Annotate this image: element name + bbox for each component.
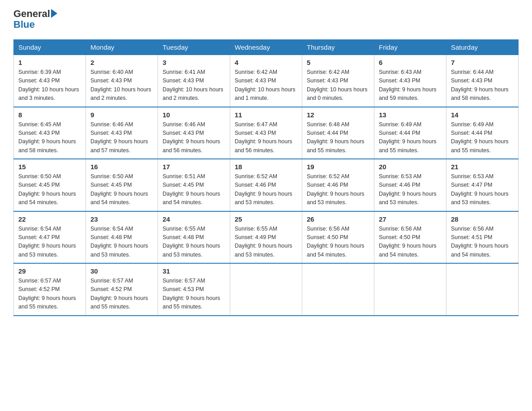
calendar-cell: 29Sunrise: 6:57 AMSunset: 4:52 PMDayligh…	[14, 263, 86, 316]
calendar-cell: 14Sunrise: 6:49 AMSunset: 4:44 PMDayligh…	[446, 107, 519, 159]
day-info: Sunrise: 6:57 AMSunset: 4:52 PMDaylight:…	[18, 277, 81, 312]
calendar-week-2: 8Sunrise: 6:45 AMSunset: 4:43 PMDaylight…	[14, 107, 519, 159]
logo-text-general: General	[13, 9, 50, 19]
calendar-cell	[374, 263, 446, 316]
day-number: 30	[90, 267, 153, 275]
page-header: General Blue	[13, 9, 519, 30]
day-info: Sunrise: 6:40 AMSunset: 4:43 PMDaylight:…	[90, 68, 153, 103]
calendar-cell: 7Sunrise: 6:44 AMSunset: 4:43 PMDaylight…	[446, 55, 519, 107]
calendar-cell: 25Sunrise: 6:55 AMSunset: 4:49 PMDayligh…	[230, 211, 302, 264]
day-number: 8	[18, 111, 81, 119]
day-info: Sunrise: 6:46 AMSunset: 4:43 PMDaylight:…	[90, 120, 153, 155]
day-number: 7	[451, 59, 514, 66]
day-info: Sunrise: 6:50 AMSunset: 4:45 PMDaylight:…	[18, 172, 81, 207]
day-info: Sunrise: 6:52 AMSunset: 4:46 PMDaylight:…	[307, 172, 369, 207]
day-info: Sunrise: 6:42 AMSunset: 4:43 PMDaylight:…	[235, 68, 297, 103]
day-number: 16	[90, 163, 153, 171]
logo-text-blue: Blue	[13, 19, 57, 30]
day-number: 23	[90, 215, 153, 223]
day-number: 4	[235, 59, 297, 66]
day-number: 2	[90, 59, 153, 66]
calendar-cell: 6Sunrise: 6:43 AMSunset: 4:43 PMDaylight…	[374, 55, 446, 107]
calendar-table: SundayMondayTuesdayWednesdayThursdayFrid…	[13, 39, 519, 316]
day-info: Sunrise: 6:56 AMSunset: 4:51 PMDaylight:…	[451, 225, 514, 260]
day-info: Sunrise: 6:53 AMSunset: 4:46 PMDaylight:…	[379, 172, 442, 207]
day-number: 9	[90, 111, 153, 119]
calendar-week-3: 15Sunrise: 6:50 AMSunset: 4:45 PMDayligh…	[14, 159, 519, 211]
calendar-cell: 21Sunrise: 6:53 AMSunset: 4:47 PMDayligh…	[446, 159, 519, 211]
day-number: 6	[379, 59, 442, 66]
header-cell-wednesday: Wednesday	[230, 40, 302, 55]
calendar-cell	[230, 263, 302, 316]
day-number: 11	[235, 111, 297, 119]
day-number: 19	[307, 163, 369, 171]
day-number: 20	[379, 163, 442, 171]
calendar-cell: 31Sunrise: 6:57 AMSunset: 4:53 PMDayligh…	[158, 263, 230, 316]
day-info: Sunrise: 6:43 AMSunset: 4:43 PMDaylight:…	[379, 68, 442, 103]
day-number: 25	[235, 215, 297, 223]
calendar-cell: 15Sunrise: 6:50 AMSunset: 4:45 PMDayligh…	[14, 159, 86, 211]
day-number: 14	[451, 111, 514, 119]
calendar-cell: 18Sunrise: 6:52 AMSunset: 4:46 PMDayligh…	[230, 159, 302, 211]
day-number: 15	[18, 163, 81, 171]
header-row: SundayMondayTuesdayWednesdayThursdayFrid…	[14, 40, 519, 55]
header-cell-friday: Friday	[374, 40, 446, 55]
calendar-cell: 19Sunrise: 6:52 AMSunset: 4:46 PMDayligh…	[302, 159, 374, 211]
day-number: 26	[307, 215, 369, 223]
day-number: 22	[18, 215, 81, 223]
day-info: Sunrise: 6:52 AMSunset: 4:46 PMDaylight:…	[235, 172, 297, 207]
calendar-cell: 23Sunrise: 6:54 AMSunset: 4:48 PMDayligh…	[86, 211, 158, 264]
day-info: Sunrise: 6:50 AMSunset: 4:45 PMDaylight:…	[90, 172, 153, 207]
calendar-cell: 24Sunrise: 6:55 AMSunset: 4:48 PMDayligh…	[158, 211, 230, 264]
calendar-body: 1Sunrise: 6:39 AMSunset: 4:43 PMDaylight…	[14, 55, 519, 316]
calendar-cell: 1Sunrise: 6:39 AMSunset: 4:43 PMDaylight…	[14, 55, 86, 107]
day-number: 10	[163, 111, 225, 119]
day-number: 18	[235, 163, 297, 171]
calendar-cell: 30Sunrise: 6:57 AMSunset: 4:52 PMDayligh…	[86, 263, 158, 316]
day-info: Sunrise: 6:47 AMSunset: 4:43 PMDaylight:…	[235, 120, 297, 155]
day-number: 27	[379, 215, 442, 223]
calendar-cell	[446, 263, 519, 316]
calendar-cell	[302, 263, 374, 316]
header-cell-sunday: Sunday	[14, 40, 86, 55]
day-info: Sunrise: 6:57 AMSunset: 4:53 PMDaylight:…	[163, 277, 225, 312]
day-info: Sunrise: 6:45 AMSunset: 4:43 PMDaylight:…	[18, 120, 81, 155]
day-info: Sunrise: 6:44 AMSunset: 4:43 PMDaylight:…	[451, 68, 514, 103]
day-number: 21	[451, 163, 514, 171]
calendar-week-4: 22Sunrise: 6:54 AMSunset: 4:47 PMDayligh…	[14, 211, 519, 264]
day-number: 3	[163, 59, 225, 66]
day-info: Sunrise: 6:56 AMSunset: 4:50 PMDaylight:…	[307, 225, 369, 260]
calendar-cell: 13Sunrise: 6:49 AMSunset: 4:44 PMDayligh…	[374, 107, 446, 159]
day-number: 17	[163, 163, 225, 171]
header-cell-thursday: Thursday	[302, 40, 374, 55]
calendar-cell: 12Sunrise: 6:48 AMSunset: 4:44 PMDayligh…	[302, 107, 374, 159]
calendar-cell: 26Sunrise: 6:56 AMSunset: 4:50 PMDayligh…	[302, 211, 374, 264]
calendar-cell: 27Sunrise: 6:56 AMSunset: 4:50 PMDayligh…	[374, 211, 446, 264]
day-info: Sunrise: 6:54 AMSunset: 4:48 PMDaylight:…	[90, 225, 153, 260]
calendar-cell: 28Sunrise: 6:56 AMSunset: 4:51 PMDayligh…	[446, 211, 519, 264]
calendar-cell: 5Sunrise: 6:42 AMSunset: 4:43 PMDaylight…	[302, 55, 374, 107]
calendar-header: SundayMondayTuesdayWednesdayThursdayFrid…	[14, 40, 519, 55]
day-info: Sunrise: 6:56 AMSunset: 4:50 PMDaylight:…	[379, 225, 442, 260]
day-info: Sunrise: 6:49 AMSunset: 4:44 PMDaylight:…	[379, 120, 442, 155]
calendar-cell: 8Sunrise: 6:45 AMSunset: 4:43 PMDaylight…	[14, 107, 86, 159]
logo-arrow-icon	[51, 9, 57, 18]
day-info: Sunrise: 6:54 AMSunset: 4:47 PMDaylight:…	[18, 225, 81, 260]
calendar-cell: 17Sunrise: 6:51 AMSunset: 4:45 PMDayligh…	[158, 159, 230, 211]
day-info: Sunrise: 6:49 AMSunset: 4:44 PMDaylight:…	[451, 120, 514, 155]
header-cell-tuesday: Tuesday	[158, 40, 230, 55]
day-number: 29	[18, 267, 81, 275]
day-number: 1	[18, 59, 81, 66]
calendar-cell: 22Sunrise: 6:54 AMSunset: 4:47 PMDayligh…	[14, 211, 86, 264]
header-cell-monday: Monday	[86, 40, 158, 55]
day-info: Sunrise: 6:55 AMSunset: 4:48 PMDaylight:…	[163, 225, 225, 260]
day-info: Sunrise: 6:48 AMSunset: 4:44 PMDaylight:…	[307, 120, 369, 155]
day-info: Sunrise: 6:39 AMSunset: 4:43 PMDaylight:…	[18, 68, 81, 103]
day-info: Sunrise: 6:51 AMSunset: 4:45 PMDaylight:…	[163, 172, 225, 207]
day-info: Sunrise: 6:42 AMSunset: 4:43 PMDaylight:…	[307, 68, 369, 103]
day-info: Sunrise: 6:53 AMSunset: 4:47 PMDaylight:…	[451, 172, 514, 207]
calendar-cell: 10Sunrise: 6:46 AMSunset: 4:43 PMDayligh…	[158, 107, 230, 159]
header-cell-saturday: Saturday	[446, 40, 519, 55]
calendar-week-5: 29Sunrise: 6:57 AMSunset: 4:52 PMDayligh…	[14, 263, 519, 316]
day-number: 12	[307, 111, 369, 119]
